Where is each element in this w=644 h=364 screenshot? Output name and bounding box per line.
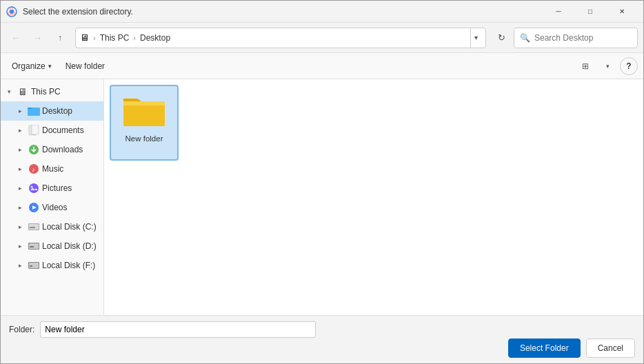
main-content: ▾ 🖥 This PC ▸ Desktop ▸ xyxy=(1,79,643,315)
videos-icon xyxy=(27,201,41,214)
pictures-icon xyxy=(27,181,41,195)
sidebar-videos-label: Videos xyxy=(42,203,67,212)
sidebar-item-videos[interactable]: ▸ Videos xyxy=(1,198,103,217)
expand-icon: ▾ xyxy=(3,86,14,97)
expand-icon: ▸ xyxy=(14,105,26,117)
sidebar-item-this-pc[interactable]: ▾ 🖥 This PC xyxy=(1,82,103,101)
sidebar-item-music[interactable]: ▸ ♪ Music xyxy=(1,159,103,179)
maximize-button[interactable]: □ xyxy=(574,1,606,23)
address-desktop[interactable]: Desktop xyxy=(140,33,170,43)
expand-icon: ▸ xyxy=(14,260,26,271)
new-folder-label: New folder xyxy=(66,61,105,71)
refresh-icon: ↻ xyxy=(498,32,505,43)
sidebar-item-disk-c[interactable]: ▸ Local Disk (C:) xyxy=(1,217,103,236)
sidebar-music-label: Music xyxy=(42,164,63,174)
select-folder-button[interactable]: Select Folder xyxy=(508,338,581,358)
select-folder-label: Select Folder xyxy=(520,343,569,353)
expand-icon: ▸ xyxy=(14,202,26,213)
sidebar-item-desktop[interactable]: ▸ Desktop xyxy=(1,101,103,121)
title-bar: Select the extension directory. ─ □ ✕ xyxy=(1,1,643,23)
disk-c-icon xyxy=(27,220,41,234)
address-thispc[interactable]: This PC xyxy=(100,33,130,43)
cancel-label: Cancel xyxy=(598,343,623,353)
sidebar-disk-f-label: Local Disk (F:) xyxy=(42,261,95,270)
sidebar-pictures-label: Pictures xyxy=(42,183,72,193)
sidebar-downloads-label: Downloads xyxy=(42,145,83,154)
view-toggle-button[interactable]: ⊞ xyxy=(576,57,595,75)
svg-point-9 xyxy=(29,183,39,193)
sidebar-documents-label: Documents xyxy=(42,125,84,135)
downloads-icon xyxy=(27,143,41,156)
svg-rect-3 xyxy=(28,108,32,109)
organize-button[interactable]: Organize ▾ xyxy=(6,57,57,75)
sidebar-root-label: This PC xyxy=(31,87,61,97)
cancel-button[interactable]: Cancel xyxy=(586,338,635,358)
svg-point-10 xyxy=(31,186,33,188)
folder-input[interactable] xyxy=(40,321,316,338)
forward-button[interactable]: → xyxy=(28,28,48,48)
svg-point-1 xyxy=(10,10,14,14)
back-button[interactable]: ← xyxy=(6,28,26,48)
search-input[interactable] xyxy=(534,33,632,43)
expand-icon: ▸ xyxy=(14,183,26,194)
disk-f-icon xyxy=(27,259,41,272)
forward-icon: → xyxy=(34,33,42,43)
sep2: › xyxy=(133,34,136,42)
search-icon: 🔍 xyxy=(520,33,530,43)
svg-rect-15 xyxy=(30,227,35,228)
sidebar-disk-c-label: Local Disk (C:) xyxy=(42,222,97,232)
expand-icon: ▸ xyxy=(14,144,26,155)
file-area: New folder xyxy=(104,79,643,315)
pc-icon: 🖥 xyxy=(80,32,89,43)
sidebar-item-disk-f[interactable]: ▸ Local Disk (F:) xyxy=(1,256,103,275)
documents-icon xyxy=(27,123,41,137)
address-bar[interactable]: 🖥 › This PC › Desktop ▾ xyxy=(75,28,486,48)
sidebar-item-documents[interactable]: ▸ Documents xyxy=(1,121,103,140)
back-icon: ← xyxy=(12,33,20,43)
button-row: Select Folder Cancel xyxy=(9,338,635,358)
address-dropdown-button[interactable]: ▾ xyxy=(470,28,481,48)
file-item-label: New folder xyxy=(125,134,163,144)
new-folder-button[interactable]: New folder xyxy=(60,57,110,75)
folder-label: Folder: xyxy=(9,325,34,334)
up-icon: ↑ xyxy=(58,33,62,43)
organize-chevron-icon: ▾ xyxy=(48,63,52,70)
sidebar: ▾ 🖥 This PC ▸ Desktop ▸ xyxy=(1,79,104,315)
folder-icon-large xyxy=(122,92,166,130)
svg-text:♪: ♪ xyxy=(32,166,35,173)
toolbar: Organize ▾ New folder ⊞ ▾ ? xyxy=(1,53,643,79)
nav-bar: ← → ↑ 🖥 › This PC › Desktop ▾ ↻ xyxy=(1,23,643,53)
sidebar-disk-d-label: Local Disk (D:) xyxy=(42,241,97,251)
disk-d-icon xyxy=(27,239,41,253)
bottom-bar: Folder: Select Folder Cancel xyxy=(1,315,643,363)
music-icon: ♪ xyxy=(27,162,41,176)
sidebar-desktop-label: Desktop xyxy=(42,106,72,116)
expand-icon: ▸ xyxy=(14,241,26,252)
title-bar-text: Select the extension directory. xyxy=(23,7,543,17)
title-bar-controls: ─ □ ✕ xyxy=(543,1,638,23)
app-icon xyxy=(6,6,17,17)
expand-icon: ▸ xyxy=(14,125,26,136)
up-button[interactable]: ↑ xyxy=(50,28,70,48)
expand-icon: ▸ xyxy=(14,221,26,232)
organize-label: Organize xyxy=(12,61,46,71)
svg-rect-18 xyxy=(30,246,34,247)
view-dropdown-button[interactable]: ▾ xyxy=(598,57,617,75)
help-button[interactable]: ? xyxy=(620,57,638,75)
sidebar-item-pictures[interactable]: ▸ Pictures xyxy=(1,179,103,198)
view-icon: ⊞ xyxy=(582,61,589,71)
view-dropdown-icon: ▾ xyxy=(606,63,610,70)
sidebar-item-disk-d[interactable]: ▸ Local Disk (D:) xyxy=(1,236,103,256)
minimize-button[interactable]: ─ xyxy=(543,1,574,23)
chevron-down-icon: ▾ xyxy=(474,34,478,41)
refresh-button[interactable]: ↻ xyxy=(492,28,511,48)
folder-row: Folder: xyxy=(9,321,635,338)
close-button[interactable]: ✕ xyxy=(606,1,638,23)
svg-rect-5 xyxy=(32,125,39,134)
pc-icon: 🖥 xyxy=(16,85,30,99)
search-box[interactable]: 🔍 xyxy=(514,28,638,48)
dialog-window: Select the extension directory. ─ □ ✕ ← … xyxy=(0,0,644,364)
svg-rect-21 xyxy=(30,265,32,267)
sidebar-item-downloads[interactable]: ▸ Downloads xyxy=(1,140,103,159)
file-item-new-folder[interactable]: New folder xyxy=(110,85,179,161)
